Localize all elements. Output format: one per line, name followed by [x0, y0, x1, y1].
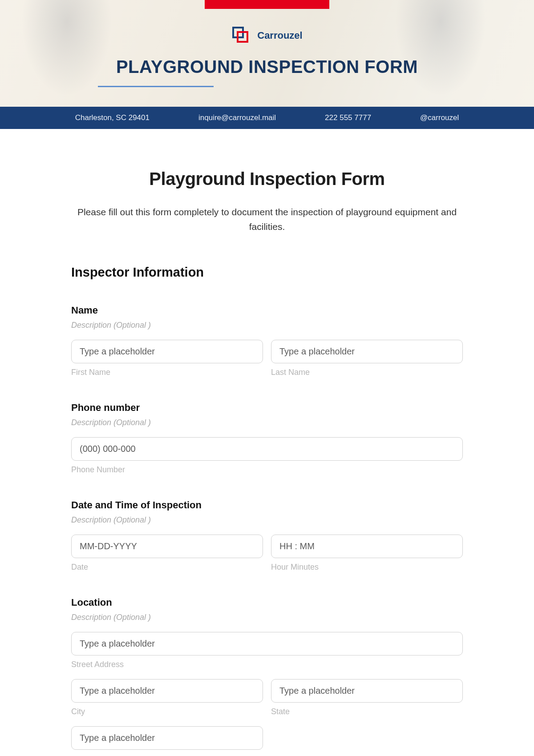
time-input[interactable] [271, 535, 463, 558]
field-phone: Phone number Description (Optional ) Pho… [71, 402, 463, 475]
hero-title: PLAYGROUND INSPECTION FORM [0, 57, 534, 77]
last-name-sublabel: Last Name [271, 368, 463, 377]
info-address: Charleston, SC 29401 [75, 113, 150, 122]
city-sublabel: City [71, 707, 263, 716]
city-input[interactable] [71, 679, 263, 703]
first-name-sublabel: First Name [71, 368, 263, 377]
first-name-input[interactable] [71, 340, 263, 363]
name-description: Description (Optional ) [71, 321, 463, 330]
red-accent-bar [205, 0, 329, 9]
phone-input[interactable] [71, 437, 463, 461]
form-title: Playground Inspection Form [71, 169, 463, 189]
info-social: @carrouzel [420, 113, 459, 122]
field-datetime: Date and Time of Inspection Description … [71, 499, 463, 572]
info-phone: 222 555 7777 [325, 113, 371, 122]
brand-block: Carrouzel [0, 26, 534, 45]
hero-banner: Carrouzel PLAYGROUND INSPECTION FORM [0, 0, 534, 107]
brand-name: Carrouzel [257, 30, 302, 41]
form-subtitle: Please fill out this form completely to … [71, 205, 463, 234]
phone-sublabel: Phone Number [71, 465, 463, 475]
hero-underline [98, 86, 214, 87]
location-description: Description (Optional ) [71, 613, 463, 622]
info-email: inquire@carrouzel.mail [198, 113, 276, 122]
state-input[interactable] [271, 679, 463, 703]
street-sublabel: Street Address [71, 660, 463, 669]
zip-input[interactable] [71, 726, 263, 750]
info-bar: Charleston, SC 29401 inquire@carrouzel.m… [0, 107, 534, 129]
phone-label: Phone number [71, 402, 463, 414]
street-input[interactable] [71, 632, 463, 655]
datetime-description: Description (Optional ) [71, 515, 463, 525]
time-sublabel: Hour Minutes [271, 563, 463, 572]
date-sublabel: Date [71, 563, 263, 572]
section-heading-inspector: Inspector Information [71, 265, 463, 280]
form-container: Playground Inspection Form Please fill o… [53, 129, 481, 756]
date-input[interactable] [71, 535, 263, 558]
field-location: Location Description (Optional ) Street … [71, 597, 463, 750]
name-label: Name [71, 305, 463, 316]
location-label: Location [71, 597, 463, 608]
field-name: Name Description (Optional ) First Name … [71, 305, 463, 377]
state-sublabel: State [271, 707, 463, 716]
datetime-label: Date and Time of Inspection [71, 499, 463, 511]
brand-logo-icon [231, 26, 249, 45]
last-name-input[interactable] [271, 340, 463, 363]
phone-description: Description (Optional ) [71, 418, 463, 427]
